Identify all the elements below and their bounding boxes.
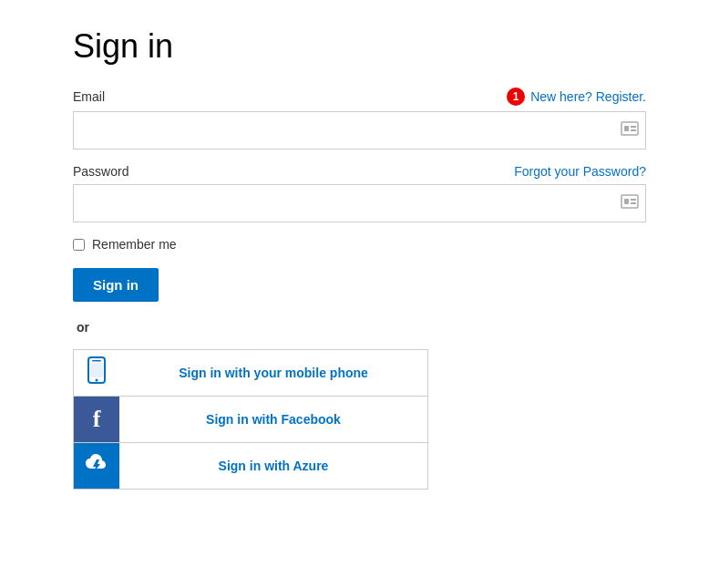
svg-rect-0 <box>621 122 638 135</box>
social-buttons-container: Sign in with your mobile phone f Sign in… <box>73 349 428 490</box>
facebook-icon-box: f <box>74 397 119 442</box>
password-label-row: Password Forgot your Password? <box>73 164 646 179</box>
sign-in-azure-button[interactable]: Sign in with Azure <box>73 443 428 490</box>
email-input-wrapper <box>73 111 646 150</box>
sign-in-facebook-button[interactable]: f Sign in with Facebook <box>73 397 428 443</box>
password-icon <box>621 194 639 212</box>
remember-me-row: Remember me <box>73 237 646 252</box>
svg-rect-7 <box>631 202 636 204</box>
svg-rect-6 <box>631 199 636 201</box>
svg-rect-4 <box>621 195 638 208</box>
svg-point-10 <box>96 379 98 382</box>
password-label: Password <box>73 164 128 179</box>
sign-in-mobile-button[interactable]: Sign in with your mobile phone <box>73 349 428 397</box>
forgot-password-link[interactable]: Forgot your Password? <box>514 164 646 179</box>
facebook-button-label: Sign in with Facebook <box>119 412 427 427</box>
azure-button-label: Sign in with Azure <box>119 459 427 473</box>
svg-rect-9 <box>92 360 101 362</box>
page-title: Sign in <box>73 27 646 66</box>
azure-icon-box <box>74 443 119 489</box>
mobile-icon-box <box>74 350 119 396</box>
or-divider: or <box>77 320 646 335</box>
notification-badge: 1 <box>507 88 525 106</box>
svg-rect-1 <box>624 126 629 131</box>
email-icon <box>621 121 639 139</box>
password-input[interactable] <box>73 184 646 222</box>
mobile-icon <box>86 356 108 389</box>
mobile-button-label: Sign in with your mobile phone <box>119 366 427 380</box>
svg-rect-5 <box>624 199 629 204</box>
azure-icon <box>84 452 109 480</box>
email-input[interactable] <box>73 111 646 150</box>
sign-in-button[interactable]: Sign in <box>73 268 159 302</box>
svg-rect-2 <box>631 126 636 128</box>
remember-me-checkbox[interactable] <box>73 239 85 251</box>
register-link[interactable]: New here? Register. <box>530 89 646 104</box>
email-label-row: Email 1 New here? Register. <box>73 88 646 106</box>
facebook-icon: f <box>93 406 101 433</box>
register-link-wrapper: 1 New here? Register. <box>507 88 646 106</box>
svg-rect-3 <box>631 129 636 131</box>
remember-me-label[interactable]: Remember me <box>92 237 177 252</box>
email-label: Email <box>73 89 105 104</box>
password-input-wrapper <box>73 184 646 222</box>
svg-rect-11 <box>90 363 103 377</box>
